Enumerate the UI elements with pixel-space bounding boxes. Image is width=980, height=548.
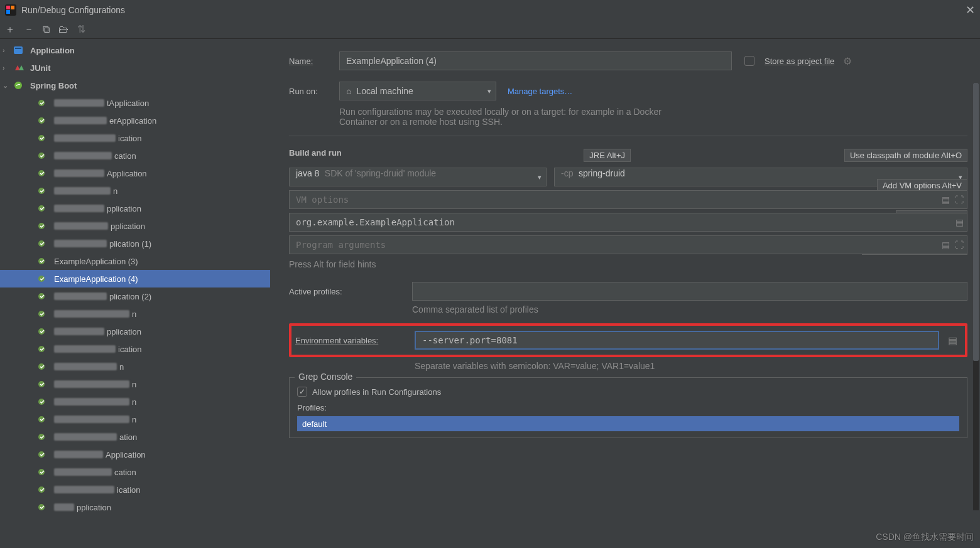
modify-shortcut: Alt+M <box>945 148 967 158</box>
tree-item[interactable]: xation <box>0 428 270 446</box>
tree-item[interactable]: xpplication <box>0 217 270 235</box>
tree-item[interactable]: xn <box>0 375 270 393</box>
close-button[interactable]: ✕ <box>966 3 975 17</box>
grep-console-legend: Grep Console <box>295 372 356 382</box>
svg-rect-2 <box>11 6 14 9</box>
svg-point-9 <box>38 135 45 141</box>
tree-item[interactable]: xn <box>0 411 270 428</box>
svg-rect-5 <box>15 48 21 49</box>
toolbar: ＋ － ⧉ 🗁 ⇅ <box>0 20 980 39</box>
tree-item[interactable]: xerApplication <box>0 112 270 129</box>
svg-point-6 <box>14 82 22 89</box>
tree-item[interactable]: xpplication <box>0 498 270 516</box>
sidebar: ›Application›JUnit⌄Spring BootxtApplicat… <box>0 39 270 548</box>
add-button[interactable]: ＋ <box>5 24 15 35</box>
active-profiles-hint: Comma separated list of profiles <box>412 304 967 314</box>
jre-select[interactable]: java 8 SDK of 'spring-druid' module <box>289 168 547 186</box>
titlebar: Run/Debug Configurations ✕ <box>0 0 980 20</box>
sort-button[interactable]: ⇅ <box>77 24 85 35</box>
tree-item[interactable]: xication <box>0 340 270 358</box>
tree-item[interactable]: ExampleApplication (4) <box>0 270 270 287</box>
svg-point-19 <box>38 311 45 317</box>
main-class-input[interactable] <box>289 213 967 232</box>
watermark: CSDN @鱼找水需要时间 <box>876 532 974 543</box>
tree-item[interactable]: xApplication <box>0 164 270 182</box>
tree-item[interactable]: xication <box>0 129 270 147</box>
chevron-down-icon: ⌄ <box>933 148 940 158</box>
list-icon[interactable]: ▤ <box>942 240 950 250</box>
svg-point-21 <box>38 346 45 352</box>
svg-point-20 <box>38 328 45 335</box>
tree-item[interactable]: xpplication <box>0 200 270 217</box>
env-highlight-box: Environment variables: ▤ <box>289 323 967 357</box>
run-on-value: Local machine <box>356 86 413 96</box>
name-input[interactable] <box>339 51 732 70</box>
tree-item[interactable]: xn <box>0 182 270 200</box>
tree-item[interactable]: xtApplication <box>0 94 270 112</box>
gear-icon[interactable]: ⚙ <box>843 55 852 67</box>
modify-options-link[interactable]: Modify options ⌄ <box>878 148 939 158</box>
allow-profiles-row[interactable]: ✓ Allow profiles in Run Configurations <box>297 387 959 397</box>
svg-point-27 <box>38 451 45 458</box>
folder-button[interactable]: 🗁 <box>58 24 68 35</box>
build-run-title: Build and run <box>289 148 342 158</box>
tree-item[interactable]: xplication (1) <box>0 235 270 252</box>
allow-profiles-label: Allow profiles in Run Configurations <box>312 387 441 397</box>
svg-point-16 <box>38 258 45 264</box>
env-hint: Separate variables with semicolon: VAR=v… <box>415 361 967 371</box>
list-icon[interactable]: ▤ <box>944 335 961 347</box>
tree-item[interactable]: xApplication <box>0 446 270 463</box>
classpath-select[interactable]: -cp spring-druid <box>554 168 967 186</box>
store-checkbox[interactable] <box>744 56 754 66</box>
expand-icon[interactable]: ⛶ <box>955 195 964 205</box>
svg-point-22 <box>38 363 45 370</box>
tree-item[interactable]: xplication (2) <box>0 287 270 305</box>
expand-icon[interactable]: ⛶ <box>955 240 964 250</box>
store-project-file[interactable]: Store as project file ⚙ <box>744 55 852 67</box>
tree-item[interactable]: xn <box>0 305 270 323</box>
svg-point-10 <box>38 153 45 159</box>
list-icon[interactable]: ▤ <box>942 195 950 205</box>
ide-logo-icon <box>5 4 16 16</box>
env-input[interactable] <box>415 331 939 350</box>
tree-node[interactable]: ⌄Spring Boot <box>0 77 270 94</box>
svg-point-12 <box>38 188 45 194</box>
tree-item[interactable]: xication <box>0 481 270 498</box>
copy-button[interactable]: ⧉ <box>43 24 50 35</box>
chevron-down-icon: ▾ <box>487 87 491 95</box>
manage-targets-link[interactable]: Manage targets… <box>508 87 572 96</box>
active-profiles-input[interactable] <box>412 282 967 301</box>
run-on-select[interactable]: ⌂ Local machine <box>339 82 496 100</box>
profiles-list-item[interactable]: default <box>297 416 959 431</box>
divider <box>289 136 967 136</box>
svg-point-17 <box>38 276 45 282</box>
home-icon: ⌂ <box>346 86 351 96</box>
allow-profiles-checkbox[interactable]: ✓ <box>297 387 307 397</box>
tree-node[interactable]: ›JUnit <box>0 59 270 77</box>
name-label: Name: <box>289 56 313 66</box>
env-label: Environment variables: <box>295 336 378 345</box>
tree-item[interactable]: xn <box>0 358 270 375</box>
chevron-down-icon: ▾ <box>959 173 962 181</box>
program-args-input[interactable] <box>289 235 967 254</box>
svg-point-13 <box>38 205 45 212</box>
config-tree[interactable]: ›Application›JUnit⌄Spring BootxtApplicat… <box>0 39 270 516</box>
svg-point-7 <box>38 100 45 106</box>
svg-point-18 <box>38 293 45 299</box>
scroll-thumb[interactable] <box>973 83 979 361</box>
tree-item[interactable]: xcation <box>0 463 270 481</box>
remove-button[interactable]: － <box>24 24 34 35</box>
tree-item[interactable]: xcation <box>0 147 270 164</box>
tree-node[interactable]: ›Application <box>0 41 270 59</box>
svg-point-30 <box>38 504 45 510</box>
tree-item[interactable]: ExampleApplication (3) <box>0 252 270 270</box>
scrollbar[interactable] <box>973 83 979 510</box>
list-icon[interactable]: ▤ <box>956 217 964 227</box>
tree-item[interactable]: xpplication <box>0 323 270 340</box>
svg-point-14 <box>38 223 45 229</box>
main: ›Application›JUnit⌄Spring BootxtApplicat… <box>0 39 980 548</box>
tree-item[interactable]: xn <box>0 393 270 411</box>
svg-point-8 <box>38 117 45 124</box>
vm-options-input[interactable] <box>289 190 967 209</box>
svg-rect-1 <box>6 6 10 9</box>
